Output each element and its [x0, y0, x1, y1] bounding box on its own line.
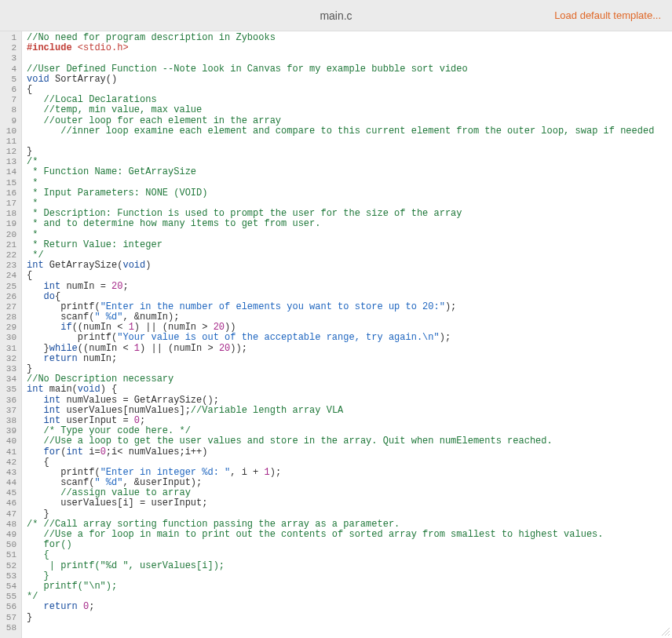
- code-line[interactable]: * and to determine how many items to get…: [27, 219, 672, 229]
- line-number: 45: [0, 488, 18, 498]
- code-line[interactable]: printf("\n");: [27, 581, 672, 592]
- code-line[interactable]: [27, 137, 672, 147]
- line-number: 8: [0, 105, 18, 115]
- line-number: 50: [0, 540, 18, 550]
- code-line[interactable]: //User Defined Function --Note look in C…: [27, 64, 672, 75]
- code-editor[interactable]: 1234567891011121314151617181920212223242…: [0, 31, 672, 638]
- code-line[interactable]: int numIn = 20;: [27, 282, 672, 292]
- code-line[interactable]: for(int i=0;i< numValues;i++): [27, 447, 672, 458]
- line-number: 23: [0, 261, 18, 271]
- code-line[interactable]: }: [27, 147, 672, 157]
- line-number: 12: [0, 147, 18, 157]
- line-number: 47: [0, 509, 18, 520]
- line-number: 57: [0, 613, 18, 623]
- line-number-gutter: 1234567891011121314151617181920212223242…: [0, 31, 22, 638]
- code-line[interactable]: userValues[i] = userInput;: [27, 498, 672, 509]
- code-line[interactable]: [27, 623, 672, 633]
- line-number: 3: [0, 53, 18, 64]
- line-number: 7: [0, 95, 18, 105]
- line-number: 15: [0, 178, 18, 188]
- line-number: 21: [0, 240, 18, 250]
- code-line[interactable]: #include <stdio.h>: [27, 43, 672, 53]
- line-number: 14: [0, 167, 18, 177]
- line-number: 2: [0, 43, 18, 53]
- line-number: 31: [0, 344, 18, 354]
- code-line[interactable]: */: [27, 592, 672, 602]
- line-number: 56: [0, 602, 18, 612]
- line-number: 51: [0, 550, 18, 560]
- line-number: 44: [0, 478, 18, 488]
- line-number: 11: [0, 137, 18, 147]
- line-number: 40: [0, 436, 18, 447]
- line-number: 52: [0, 561, 18, 571]
- line-number: 28: [0, 312, 18, 323]
- line-number: 30: [0, 333, 18, 343]
- line-number: 34: [0, 374, 18, 385]
- line-number: 42: [0, 458, 18, 468]
- line-number: 55: [0, 592, 18, 602]
- line-number: 17: [0, 199, 18, 209]
- line-number: 19: [0, 219, 18, 229]
- line-number: 27: [0, 302, 18, 312]
- line-number: 32: [0, 354, 18, 364]
- line-number: 25: [0, 282, 18, 292]
- load-default-template-link[interactable]: Load default template...: [554, 9, 661, 21]
- code-line[interactable]: //Use a for loop in main to print out th…: [27, 530, 672, 540]
- line-number: 13: [0, 157, 18, 167]
- line-number: 16: [0, 188, 18, 199]
- code-line[interactable]: //No Description necessary: [27, 374, 672, 385]
- line-number: 41: [0, 447, 18, 458]
- resize-handle-icon[interactable]: [659, 625, 670, 636]
- code-line[interactable]: return 0;: [27, 602, 672, 612]
- code-line[interactable]: void SortArray(): [27, 75, 672, 85]
- line-number: 4: [0, 64, 18, 75]
- code-line[interactable]: * Function Name: GetArraySize: [27, 167, 672, 177]
- line-number: 39: [0, 426, 18, 436]
- line-number: 22: [0, 250, 18, 261]
- line-number: 43: [0, 468, 18, 478]
- line-number: 9: [0, 116, 18, 126]
- line-number: 58: [0, 623, 18, 633]
- line-number: 20: [0, 230, 18, 240]
- line-number: 35: [0, 385, 18, 395]
- code-line[interactable]: * Input Parameters: NONE (VOID): [27, 188, 672, 199]
- editor-header: main.c Load default template...: [0, 0, 672, 31]
- line-number: 26: [0, 292, 18, 302]
- line-number: 18: [0, 209, 18, 219]
- line-number: 33: [0, 364, 18, 374]
- line-number: 10: [0, 126, 18, 137]
- code-line[interactable]: }: [27, 571, 672, 581]
- line-number: 54: [0, 581, 18, 592]
- line-number: 53: [0, 571, 18, 581]
- code-line[interactable]: int GetArraySize(void): [27, 261, 672, 271]
- line-number: 29: [0, 323, 18, 333]
- line-number: 36: [0, 396, 18, 406]
- code-line[interactable]: * Return Value: integer: [27, 240, 672, 250]
- code-line[interactable]: for(): [27, 540, 672, 550]
- svg-line-2: [668, 634, 670, 636]
- line-number: 37: [0, 406, 18, 416]
- code-line[interactable]: //inner loop examine each element and co…: [27, 126, 672, 137]
- line-number: 24: [0, 271, 18, 281]
- code-line[interactable]: }while((numIn < 1) || (numIn > 20));: [27, 344, 672, 354]
- line-number: 1: [0, 33, 18, 43]
- line-number: 49: [0, 530, 18, 540]
- line-number: 6: [0, 85, 18, 95]
- line-number: 38: [0, 416, 18, 426]
- code-area[interactable]: //No need for program description in Zyb…: [22, 31, 672, 638]
- line-number: 5: [0, 75, 18, 85]
- line-number: 46: [0, 498, 18, 509]
- code-line[interactable]: | printf("%d ", userValues[i]);: [27, 561, 672, 571]
- code-line[interactable]: return numIn;: [27, 354, 672, 364]
- line-number: 48: [0, 520, 18, 530]
- code-line[interactable]: }: [27, 613, 672, 623]
